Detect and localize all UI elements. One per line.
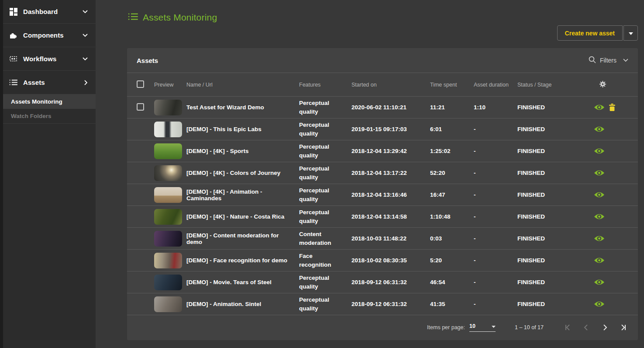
table-row: [DEMO] - [4K] - Animation - Caminandes P… [127,184,638,206]
create-asset-split-button: Create new asset [557,25,638,41]
asset-thumbnail[interactable] [154,253,182,268]
sidebar-item-assets-monitoring[interactable]: Assets Monitoring [0,94,96,109]
view-asset-eye-icon[interactable] [594,147,605,155]
asset-duration: - [474,170,517,176]
column-header-name-url: Name / Url [186,82,299,88]
asset-name[interactable]: [DEMO] - [4K] - Colors of Journey [186,170,299,176]
view-asset-eye-icon[interactable] [594,125,605,133]
sidebar-item-label: Workflows [23,55,56,63]
asset-started-on: 2018-12-04 13:14:58 [351,213,430,220]
table-row: [DEMO] - Movie. Tears of Steel Perceptua… [127,271,638,293]
asset-time-spent: 41:35 [430,301,474,307]
asset-thumbnail[interactable] [154,122,182,137]
table-row: [DEMO] - This is Epic Labs Perceptual qu… [127,118,638,140]
asset-time-spent: 52:20 [430,170,474,176]
items-per-page-value: 10 [469,323,475,329]
view-asset-eye-icon[interactable] [594,257,605,264]
column-header-status-stage: Status / Stage [517,82,583,88]
asset-started-on: 2018-09-12 06:31:32 [351,301,430,307]
asset-started-on: 2018-10-03 11:48:22 [351,235,430,242]
row-checkbox[interactable] [137,103,144,111]
create-asset-dropdown-button[interactable] [623,25,638,41]
filters-toggle[interactable]: Filters [589,56,628,65]
first-page-button[interactable] [565,324,572,331]
sidebar-item-workflows[interactable]: Workflows [0,47,96,71]
asset-thumbnail[interactable] [154,165,182,181]
sidebar-item-components[interactable]: Components [0,24,96,47]
asset-thumbnail[interactable] [154,209,182,225]
asset-status-badge: FINISHED [517,170,583,176]
puzzle-icon [9,31,17,39]
view-asset-eye-icon[interactable] [594,169,605,177]
column-header-time-spent: Time spent [430,82,474,88]
asset-started-on: 2018-12-04 13:29:42 [351,148,430,154]
asset-started-on: 2018-12-04 13:17:22 [351,170,430,176]
asset-time-spent: 1:10:48 [430,213,474,220]
asset-features: Content moderation [299,230,351,247]
select-all-checkbox[interactable] [137,80,144,88]
asset-time-spent: 0:03 [430,235,474,242]
asset-status-badge: FINISHED [517,148,583,154]
sidebar-item-assets[interactable]: Assets [0,71,96,94]
chevron-right-icon [84,80,88,85]
asset-name[interactable]: [DEMO] - This is Epic Labs [186,126,299,132]
asset-duration: - [474,301,517,307]
view-asset-eye-icon[interactable] [594,300,605,308]
asset-name[interactable]: [DEMO] - [4K] - Sports [186,148,299,154]
card-title: Assets [137,57,158,64]
sidebar-item-dashboard[interactable]: Dashboard [0,0,96,24]
asset-duration: - [474,279,517,285]
view-asset-eye-icon[interactable] [594,213,605,220]
asset-time-spent: 1:25:02 [430,148,474,154]
asset-features: Perceptual quality [299,164,351,181]
asset-name[interactable]: [DEMO] - Content moderation for demo [186,232,299,245]
asset-name[interactable]: [DEMO] - Movie. Tears of Steel [186,279,299,285]
assets-table-card: Assets Filters Preview Name / Url Featur… [127,48,638,340]
asset-thumbnail[interactable] [154,187,182,203]
asset-thumbnail[interactable] [154,296,182,312]
view-asset-eye-icon[interactable] [594,278,605,286]
asset-status-badge: FINISHED [517,301,583,307]
pagination-controls [565,324,627,331]
delete-asset-trash-icon[interactable] [609,104,615,111]
card-header: Assets Filters [127,48,638,73]
asset-started-on: 2019-01-15 09:17:03 [351,126,430,132]
asset-duration: 1:10 [474,104,517,111]
sidebar-item-watch-folders[interactable]: Watch Folders [0,109,96,123]
asset-thumbnail[interactable] [154,231,182,247]
next-page-button[interactable] [601,324,608,331]
chevron-down-icon [83,34,88,37]
asset-features: Perceptual quality [299,208,351,225]
asset-thumbnail[interactable] [154,143,182,159]
asset-name[interactable]: Test Asset for Wizard Demo [186,104,299,111]
asset-features: Perceptual quality [299,121,351,138]
items-per-page-select[interactable]: 10 [469,323,496,332]
caret-down-icon [492,323,496,329]
asset-features: Face recognition [299,252,351,269]
asset-started-on: 2018-09-12 06:31:32 [351,279,430,285]
view-asset-eye-icon[interactable] [594,104,605,111]
asset-name[interactable]: [DEMO] - [4K] - Animation - Caminandes [186,188,299,202]
table-row: Test Asset for Wizard Demo Perceptual qu… [127,97,638,118]
asset-name[interactable]: [DEMO] - [4K] - Nature - Costa Rica [186,213,299,220]
asset-duration: - [474,126,517,132]
asset-name[interactable]: [DEMO] - Animation. Sintel [186,301,299,307]
table-row: [DEMO] - Animation. Sintel Perceptual qu… [127,293,638,315]
table-settings-gear-icon[interactable] [599,80,606,89]
create-new-asset-button[interactable]: Create new asset [557,25,623,41]
asset-thumbnail[interactable] [154,100,182,115]
sidebar-item-label: Dashboard [23,8,58,15]
view-asset-eye-icon[interactable] [594,235,605,242]
filters-label: Filters [600,57,616,64]
asset-time-spent: 16:47 [430,191,474,198]
view-asset-eye-icon[interactable] [594,191,605,198]
previous-page-button[interactable] [583,324,590,331]
table-row: [DEMO] - [4K] - Sports Perceptual qualit… [127,140,638,162]
asset-duration: - [474,213,517,220]
list-icon [9,78,17,87]
asset-features: Perceptual quality [299,99,351,116]
last-page-button[interactable] [620,324,627,331]
asset-name[interactable]: [DEMO] - Face recognition for demo [186,257,299,264]
asset-thumbnail[interactable] [154,275,182,290]
sidebar-divider [0,123,96,124]
